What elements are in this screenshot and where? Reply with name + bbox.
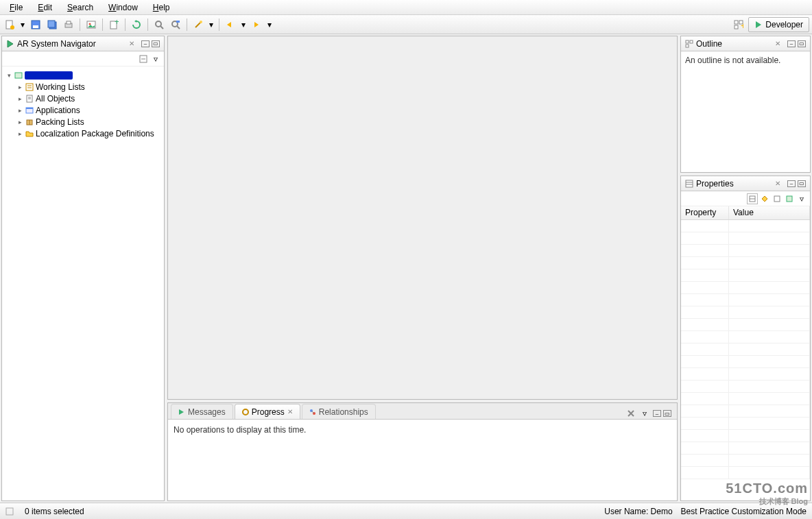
status-icon	[5, 507, 14, 516]
table-row[interactable]	[681, 381, 810, 393]
tree-label: Working Lists	[36, 82, 85, 92]
new-dropdown[interactable]: ▾	[19, 18, 26, 32]
table-row[interactable]	[681, 368, 810, 381]
menu-window[interactable]: Window	[102, 1, 145, 14]
close-icon[interactable]: ✕	[775, 40, 780, 47]
minimize-button[interactable]: –	[653, 410, 661, 417]
tree-server-node[interactable]: ▾	[2, 69, 164, 81]
status-selection: 0 items selected	[25, 507, 84, 516]
menu-file[interactable]: FFileile	[3, 1, 29, 14]
tree-item-packing-lists[interactable]: ▸ Packing Lists	[2, 116, 164, 128]
menu-edit[interactable]: Edit	[31, 1, 59, 14]
tree-item-localization[interactable]: ▸ Localization Package Definitions	[2, 128, 164, 139]
properties-tab[interactable]: Properties ✕ – ▭	[681, 176, 810, 191]
table-row[interactable]	[681, 306, 810, 319]
tab-label: Progress	[252, 407, 285, 417]
expand-icon[interactable]: ▸	[17, 119, 23, 125]
remove-all-button[interactable]	[625, 408, 636, 419]
separator	[147, 19, 148, 31]
expand-icon[interactable]: ▸	[17, 95, 23, 101]
new-button[interactable]	[3, 18, 16, 32]
pin-button[interactable]	[784, 193, 795, 204]
back-button[interactable]	[224, 18, 237, 32]
table-row[interactable]	[681, 220, 810, 232]
outline-tab[interactable]: Outline ✕ – ▭	[681, 36, 810, 51]
table-row[interactable]	[681, 232, 810, 245]
folder-icon	[25, 130, 34, 138]
tab-progress[interactable]: Progress ✕	[235, 404, 300, 419]
table-row[interactable]	[681, 282, 810, 294]
collapse-all-button[interactable]	[138, 53, 149, 64]
play-icon	[754, 21, 763, 29]
wand-button[interactable]	[191, 18, 205, 32]
view-menu-button[interactable]: ▿	[796, 193, 807, 204]
tab-relationships[interactable]: Relationships	[302, 404, 376, 419]
tree-item-working-lists[interactable]: ▸ Working Lists	[2, 81, 164, 93]
view-menu-button[interactable]: ▿	[639, 408, 650, 419]
search-1-button[interactable]	[152, 18, 166, 32]
table-row[interactable]	[681, 269, 810, 282]
table-row[interactable]	[681, 442, 810, 455]
table-row[interactable]	[681, 331, 810, 343]
save-button[interactable]	[29, 18, 43, 32]
image-button[interactable]	[84, 18, 98, 32]
expand-icon[interactable]: ▸	[17, 84, 23, 90]
maximize-button[interactable]: ▭	[798, 180, 806, 187]
wand-dropdown[interactable]: ▾	[208, 18, 215, 32]
table-row[interactable]	[681, 356, 810, 368]
table-row[interactable]	[681, 430, 810, 442]
table-row[interactable]	[681, 319, 810, 331]
main-area: AR System Navigator ✕ – ▭ ▿ ▾ ▸ Working …	[0, 34, 812, 503]
maximize-button[interactable]: ▭	[152, 40, 160, 47]
menu-search[interactable]: Search	[60, 1, 100, 14]
separator	[125, 19, 126, 31]
navigator-tab[interactable]: AR System Navigator ✕ – ▭	[2, 36, 164, 51]
table-row[interactable]	[681, 343, 810, 356]
menu-help[interactable]: Help	[146, 1, 177, 14]
play-icon	[178, 409, 185, 415]
table-row[interactable]	[681, 294, 810, 306]
show-categories-button[interactable]	[747, 193, 758, 204]
add-item-button[interactable]: +	[107, 18, 121, 32]
table-row[interactable]	[681, 467, 810, 479]
minimize-button[interactable]: –	[787, 180, 796, 187]
center-pane: Messages Progress ✕ Relationships ▿ –	[167, 36, 678, 501]
svg-rect-43	[686, 180, 693, 187]
view-menu-button[interactable]: ▿	[150, 53, 161, 64]
value-col-header[interactable]: Value	[729, 206, 810, 219]
tree-item-all-objects[interactable]: ▸ All Objects	[2, 93, 164, 104]
refresh-button[interactable]	[130, 18, 143, 32]
minimize-button[interactable]: –	[787, 40, 796, 47]
table-row[interactable]	[681, 393, 810, 405]
svg-rect-7	[67, 21, 71, 24]
table-row[interactable]	[681, 455, 810, 467]
redacted-server-name	[25, 71, 73, 80]
table-row[interactable]	[681, 245, 810, 257]
expand-icon[interactable]: ▸	[17, 107, 23, 113]
close-icon[interactable]: ✕	[287, 408, 293, 415]
close-icon[interactable]: ✕	[775, 180, 780, 187]
restore-default-button[interactable]	[772, 193, 783, 204]
minimize-button[interactable]: –	[141, 40, 150, 47]
developer-perspective-button[interactable]: Developer	[748, 17, 809, 32]
save-all-button[interactable]	[45, 18, 59, 32]
maximize-button[interactable]: ▭	[663, 410, 671, 417]
tab-messages[interactable]: Messages	[171, 404, 233, 419]
property-col-header[interactable]: Property	[681, 206, 729, 219]
forward-button[interactable]	[250, 18, 263, 32]
open-perspective-button[interactable]: +	[732, 18, 745, 32]
search-2-button[interactable]	[169, 18, 182, 32]
expand-icon[interactable]: ▸	[17, 130, 23, 136]
table-row[interactable]	[681, 257, 810, 269]
close-icon[interactable]: ✕	[129, 40, 134, 47]
back-dropdown[interactable]: ▾	[240, 18, 247, 32]
tree-item-applications[interactable]: ▸ Applications	[2, 104, 164, 116]
forward-dropdown[interactable]: ▾	[266, 18, 273, 32]
table-row[interactable]	[681, 405, 810, 418]
table-row[interactable]	[681, 418, 810, 430]
show-advanced-button[interactable]	[759, 193, 770, 204]
maximize-button[interactable]: ▭	[798, 40, 806, 47]
print-button[interactable]	[62, 18, 75, 32]
properties-rows	[681, 220, 810, 500]
expand-icon[interactable]: ▾	[6, 72, 12, 78]
